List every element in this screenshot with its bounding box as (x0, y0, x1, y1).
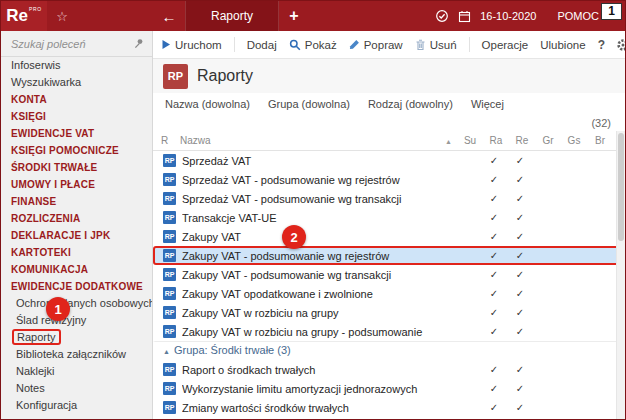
table-row[interactable]: Grupa: Środki trwałe (3) (153, 341, 625, 360)
table-row[interactable]: RP Wykorzystanie limitu amortyzacji jedn… (153, 379, 625, 398)
filter-group[interactable]: Grupa (dowolna) (268, 98, 350, 110)
toolbar-right-icons: ? (598, 38, 626, 52)
new-tab-button[interactable] (279, 1, 309, 31)
table-header[interactable]: R Nazwa SuRaReGrGsBr (153, 131, 625, 151)
sidebar-item[interactable]: KSIĘGI POMOCNICZE (1, 142, 152, 159)
current-date[interactable]: 16-10-2020 (480, 10, 536, 22)
report-icon: RP (163, 211, 176, 224)
sidebar-item[interactable]: ROZLICZENIA (1, 210, 152, 227)
favorites-button[interactable]: Ulubione (540, 39, 585, 51)
cell-re: ✓ (507, 231, 533, 242)
back-button[interactable] (153, 1, 185, 31)
sidebar-item[interactable]: Infoserwis (1, 57, 152, 74)
add-button[interactable]: Dodaj (247, 39, 277, 51)
cell-ra: ✓ (481, 250, 507, 261)
table-row[interactable]: RP Zakupy VAT - podsumowanie wg rejestró… (153, 246, 625, 265)
sidebar-item[interactable]: KARTOTEKI (1, 244, 152, 261)
column-check[interactable]: Ra (483, 135, 509, 146)
page-header: RP Raporty (153, 59, 625, 93)
sidebar-item[interactable]: Konfiguracja (1, 397, 152, 414)
status-check-icon[interactable] (435, 9, 449, 23)
cell-ra: ✓ (481, 269, 507, 280)
sidebar-item[interactable]: Raporty (1, 329, 152, 346)
table-row[interactable]: RP Zakupy VAT opodatkowane i zwolnione ✓… (153, 284, 625, 303)
run-button[interactable]: Uruchom (161, 39, 222, 51)
sidebar-item[interactable]: Wyszukiwarka (1, 74, 152, 91)
column-check[interactable]: Br (587, 135, 613, 146)
table-row[interactable]: RP Zakupy VAT - podsumowanie wg transakc… (153, 265, 625, 284)
report-name: Sprzedaż VAT - podsumowanie wg transakcj… (182, 193, 455, 205)
app-logo[interactable]: Re PRO (1, 1, 47, 31)
titlebar-spacer (77, 1, 153, 31)
table-row[interactable]: RP Sprzedaż VAT - podsumowanie wg transa… (153, 189, 625, 208)
cell-ra: ✓ (481, 193, 507, 204)
settings-gear-icon[interactable] (616, 38, 626, 52)
show-label: Pokaż (305, 39, 337, 51)
table-row[interactable]: RP Transakcje VAT-UE ✓ ✓ (153, 208, 625, 227)
favorites-star-icon[interactable] (47, 1, 77, 31)
sort-asc-icon[interactable] (445, 135, 452, 146)
filter-name[interactable]: Nazwa (dowolna) (165, 98, 250, 110)
sidebar-item-label: KONTA (11, 94, 47, 105)
sidebar-item[interactable]: KOMUNIKACJA (1, 261, 152, 278)
sidebar-item[interactable]: Ślad rewizyjny (1, 312, 152, 329)
report-name: Grupa: Środki trwałe (3) (174, 344, 455, 356)
calendar-icon[interactable] (458, 10, 471, 23)
report-icon: RP (163, 192, 176, 205)
pin-icon[interactable] (133, 38, 144, 49)
page-title: Raporty (197, 67, 253, 85)
table-row[interactable]: RP Zakupy VAT w rozbiciu na grupy ✓ ✓ (153, 303, 625, 322)
cell-ra: ✓ (481, 326, 507, 337)
filter-more[interactable]: Więcej (471, 98, 504, 110)
table-row[interactable]: RP Zakupy VAT ✓ ✓ (153, 227, 625, 246)
vertical-scrollbar[interactable] (616, 131, 625, 419)
cell-ra: ✓ (481, 155, 507, 166)
show-button[interactable]: Pokaż (289, 39, 337, 51)
tab-raporty[interactable]: Raporty (185, 1, 279, 31)
column-name[interactable]: Nazwa (180, 135, 445, 146)
column-type[interactable]: R (161, 135, 180, 146)
report-icon: RP (163, 268, 176, 281)
sidebar-item[interactable]: EWIDENCJE VAT (1, 125, 152, 142)
sidebar-item[interactable]: UMOWY I PŁACE (1, 176, 152, 193)
toolbar-divider (234, 37, 235, 52)
sidebar-item[interactable]: EWIDENCJE DODATKOWE (1, 278, 152, 295)
edit-button[interactable]: Popraw (349, 39, 403, 51)
report-icon: RP (163, 306, 176, 319)
help-button[interactable]: ? (598, 38, 605, 52)
sidebar-item[interactable]: Notes (1, 380, 152, 397)
table-row[interactable]: RP Sprzedaż VAT - podsumowanie wg rejest… (153, 170, 625, 189)
column-check[interactable]: Gr (535, 135, 561, 146)
operations-button[interactable]: Operacje (482, 39, 529, 51)
table-row[interactable]: RP Raport o środkach trwałych ✓ ✓ (153, 360, 625, 379)
sidebar-item[interactable]: ŚRODKI TRWAŁE (1, 159, 152, 176)
operations-label: Operacje (482, 39, 529, 51)
sidebar-item[interactable]: KSIĘGI (1, 108, 152, 125)
cell-re: ✓ (507, 326, 533, 337)
column-check[interactable]: Su (457, 135, 483, 146)
sidebar-item[interactable]: KONTA (1, 91, 152, 108)
table-row[interactable]: RP Zakupy VAT w rozbiciu na grupy - pods… (153, 322, 625, 341)
sidebar-item[interactable]: DEKLARACJE I JPK (1, 227, 152, 244)
help-menu[interactable]: POMOC (557, 10, 599, 22)
sidebar-item[interactable]: Biblioteka załączników (1, 346, 152, 363)
report-list: RP Sprzedaż VAT ✓ ✓ RP Sprzedaż VAT - po… (153, 151, 625, 419)
sidebar-item[interactable]: Naklejki (1, 363, 152, 380)
column-check[interactable]: Gs (561, 135, 587, 146)
delete-button[interactable]: Usuń (415, 39, 457, 51)
report-name: Sprzedaż VAT - podsumowanie wg rejestrów (182, 174, 455, 186)
scrollbar-thumb[interactable] (618, 133, 624, 241)
report-name: Zakupy VAT w rozbiciu na grupy - podsumo… (182, 326, 455, 338)
toolbar-divider (469, 37, 470, 52)
column-check[interactable]: Re (509, 135, 535, 146)
sidebar-item[interactable]: FINANSE (1, 193, 152, 210)
table-row[interactable]: RP Zmiany wartości środków trwałych ✓ ✓ (153, 398, 625, 417)
table-row[interactable]: RP Sprzedaż VAT ✓ ✓ (153, 151, 625, 170)
edit-label: Popraw (364, 39, 403, 51)
filter-kind[interactable]: Rodzaj (dowolny) (368, 98, 453, 110)
app-body: Szukaj poleceń InfoserwisWyszukiwarkaKON… (1, 31, 625, 419)
cell-ra: ✓ (481, 383, 507, 394)
command-search-input[interactable]: Szukaj poleceń (1, 31, 152, 57)
cell-re: ✓ (507, 288, 533, 299)
sidebar-item[interactable]: Ochrona danych osobowych (1, 295, 152, 312)
